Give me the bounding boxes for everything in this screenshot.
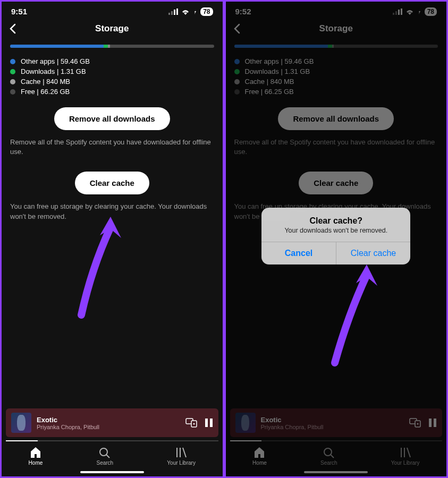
storage-bar-downloads xyxy=(328,45,332,48)
legend-cache-label: Cache | 840 MB xyxy=(21,78,70,86)
status-bar: 9:51 78 xyxy=(2,2,223,19)
svg-rect-0 xyxy=(168,13,170,15)
now-playing-bar[interactable]: Exotic Priyanka Chopra, Pitbull xyxy=(230,408,443,437)
svg-point-6 xyxy=(193,423,195,425)
album-art xyxy=(235,413,256,433)
legend-other-label: Other apps | 59.46 GB xyxy=(21,57,90,65)
battery-level: 78 xyxy=(200,7,213,16)
tab-library-label: Your Library xyxy=(391,460,420,466)
nav-header: Storage xyxy=(2,19,223,41)
wifi-icon xyxy=(405,8,414,15)
remove-downloads-button[interactable]: Remove all downloads xyxy=(54,107,170,130)
phone-left: 9:51 78 Storage Other apps | 59.46 GB Do… xyxy=(0,0,224,478)
battery-level: 78 xyxy=(425,7,437,16)
clear-cache-button[interactable]: Clear cache xyxy=(75,172,149,194)
storage-bar-other xyxy=(234,45,328,48)
library-icon xyxy=(399,447,412,458)
storage-bar xyxy=(10,45,214,48)
home-indicator[interactable] xyxy=(80,471,144,473)
svg-rect-15 xyxy=(398,10,400,15)
storage-bar-cache xyxy=(108,45,110,48)
tab-bar: Home Search Your Library xyxy=(226,441,447,468)
svg-point-9 xyxy=(100,448,107,456)
tab-home[interactable]: Home xyxy=(252,447,267,466)
pause-icon[interactable] xyxy=(205,418,213,428)
clear-cache-description: You can free up storage by clearing your… xyxy=(10,202,214,221)
storage-bar xyxy=(234,45,438,48)
tab-home[interactable]: Home xyxy=(29,447,43,466)
tab-home-label: Home xyxy=(252,460,267,466)
remove-downloads-description: Remove all of the Spotify content you ha… xyxy=(234,138,438,157)
storage-bar-other xyxy=(10,45,104,48)
legend-other: Other apps | 59.46 GB xyxy=(234,57,438,65)
legend-downloads: Downloads | 1.31 GB xyxy=(234,67,438,75)
back-button[interactable] xyxy=(233,23,241,34)
svg-rect-8 xyxy=(210,419,213,427)
clear-cache-button[interactable]: Clear cache xyxy=(299,172,373,194)
svg-point-19 xyxy=(417,423,419,425)
track-title: Exotic xyxy=(261,416,404,424)
legend-other: Other apps | 59.46 GB xyxy=(10,57,214,65)
page-title: Storage xyxy=(2,23,223,34)
legend-free-label: Free | 66.26 GB xyxy=(21,88,70,96)
dot-icon xyxy=(10,59,15,64)
remove-downloads-button[interactable]: Remove all downloads xyxy=(278,107,394,130)
svg-rect-21 xyxy=(434,419,436,427)
legend-free: Free | 66.25 GB xyxy=(234,88,438,96)
wifi-icon xyxy=(181,8,190,15)
album-art xyxy=(11,413,31,433)
home-indicator[interactable] xyxy=(304,471,368,473)
signal-icon xyxy=(393,8,402,15)
legend-downloads-label: Downloads | 1.31 GB xyxy=(245,67,310,75)
svg-rect-1 xyxy=(171,11,173,15)
svg-rect-13 xyxy=(393,13,394,15)
pause-icon[interactable] xyxy=(428,418,437,428)
dot-icon xyxy=(234,89,240,95)
legend-downloads: Downloads | 1.31 GB xyxy=(10,67,214,75)
legend-cache: Cache | 840 MB xyxy=(234,78,438,86)
track-artist: Priyanka Chopra, Pitbull xyxy=(37,424,180,430)
legend-cache: Cache | 840 MB xyxy=(10,78,214,86)
tab-search[interactable]: Search xyxy=(96,447,113,466)
now-playing-text: Exotic Priyanka Chopra, Pitbull xyxy=(261,416,404,430)
svg-point-22 xyxy=(324,448,332,456)
alert-cancel-button[interactable]: Cancel xyxy=(261,242,336,264)
connect-device-icon[interactable] xyxy=(409,418,421,428)
chevron-left-icon xyxy=(233,23,241,34)
alert-confirm-button[interactable]: Clear cache xyxy=(336,242,411,264)
dot-icon xyxy=(10,89,15,95)
tab-library[interactable]: Your Library xyxy=(167,447,196,466)
home-icon xyxy=(253,447,266,458)
legend-free: Free | 66.26 GB xyxy=(10,88,214,96)
library-icon xyxy=(175,447,188,458)
storage-legend: Other apps | 59.46 GB Downloads | 1.31 G… xyxy=(10,57,214,96)
tab-search-label: Search xyxy=(320,460,337,466)
status-time: 9:51 xyxy=(11,7,27,16)
search-icon xyxy=(323,447,335,458)
now-playing-bar[interactable]: Exotic Priyanka Chopra, Pitbull xyxy=(6,408,218,437)
back-button[interactable] xyxy=(9,23,16,34)
svg-rect-20 xyxy=(429,419,432,427)
tab-library[interactable]: Your Library xyxy=(391,447,420,466)
legend-cache-label: Cache | 840 MB xyxy=(245,78,294,86)
storage-bar-cache xyxy=(332,45,334,48)
svg-rect-2 xyxy=(174,10,175,15)
tab-search[interactable]: Search xyxy=(320,447,337,466)
connect-device-icon[interactable] xyxy=(185,418,197,428)
track-artist: Priyanka Chopra, Pitbull xyxy=(261,424,404,430)
status-indicators: 78 xyxy=(393,7,437,16)
dot-icon xyxy=(234,59,240,64)
svg-rect-7 xyxy=(205,419,208,427)
alert-title: Clear cache? xyxy=(269,216,403,226)
svg-line-10 xyxy=(106,455,109,458)
alert-message: Your downloads won't be removed. xyxy=(269,227,403,234)
phone-right: 9:52 78 Storage Other apps | 59.46 GB Do… xyxy=(224,0,449,478)
battery-icon xyxy=(193,8,197,15)
tab-library-label: Your Library xyxy=(167,460,196,466)
svg-rect-3 xyxy=(176,8,178,15)
status-bar: 9:52 78 xyxy=(226,2,447,19)
storage-bar-downloads xyxy=(104,45,108,48)
nav-header: Storage xyxy=(226,19,447,41)
track-title: Exotic xyxy=(37,416,180,424)
remove-downloads-description: Remove all of the Spotify content you ha… xyxy=(10,138,214,157)
